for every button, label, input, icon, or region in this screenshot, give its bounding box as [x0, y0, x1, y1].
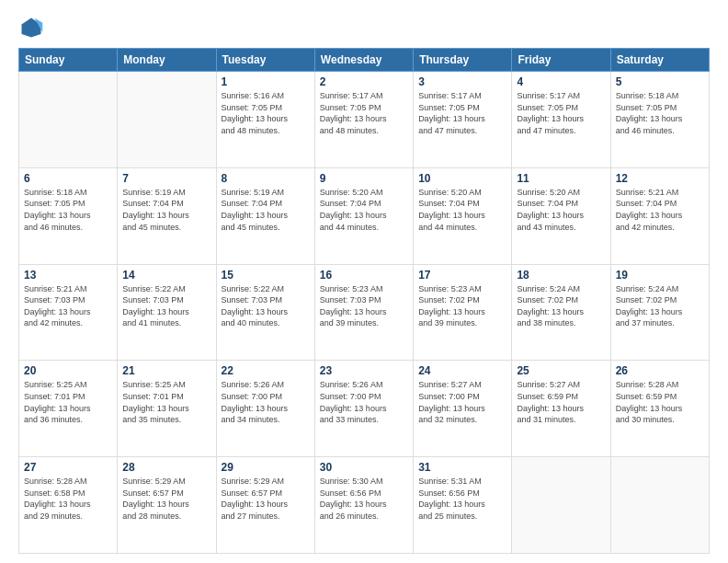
- calendar-cell: 25Sunrise: 5:27 AMSunset: 6:59 PMDayligh…: [512, 361, 610, 457]
- calendar-cell: 21Sunrise: 5:25 AMSunset: 7:01 PMDayligh…: [118, 361, 216, 457]
- calendar-header-row: SundayMondayTuesdayWednesdayThursdayFrid…: [19, 49, 710, 72]
- weekday-header: Sunday: [19, 49, 118, 72]
- calendar-cell: 6Sunrise: 5:18 AMSunset: 7:05 PMDaylight…: [19, 167, 118, 264]
- day-number: 6: [24, 172, 112, 185]
- calendar-cell: 28Sunrise: 5:29 AMSunset: 6:57 PMDayligh…: [118, 457, 216, 554]
- day-number: 14: [122, 269, 210, 282]
- day-number: 9: [320, 172, 408, 185]
- calendar-cell: 17Sunrise: 5:23 AMSunset: 7:02 PMDayligh…: [414, 264, 512, 361]
- day-info: Sunrise: 5:28 AMSunset: 6:59 PMDaylight:…: [616, 379, 704, 425]
- weekday-header: Wednesday: [314, 49, 413, 72]
- day-info: Sunrise: 5:29 AMSunset: 6:57 PMDaylight:…: [122, 476, 210, 522]
- day-info: Sunrise: 5:18 AMSunset: 7:05 PMDaylight:…: [616, 90, 704, 136]
- calendar-week-row: 6Sunrise: 5:18 AMSunset: 7:05 PMDaylight…: [19, 167, 710, 264]
- day-number: 7: [122, 172, 210, 185]
- calendar-cell: [512, 457, 610, 554]
- day-info: Sunrise: 5:19 AMSunset: 7:04 PMDaylight:…: [122, 187, 210, 233]
- day-info: Sunrise: 5:30 AMSunset: 6:56 PMDaylight:…: [320, 476, 408, 522]
- calendar-cell: 1Sunrise: 5:16 AMSunset: 7:05 PMDaylight…: [216, 72, 314, 168]
- day-info: Sunrise: 5:19 AMSunset: 7:04 PMDaylight:…: [222, 187, 310, 233]
- day-info: Sunrise: 5:16 AMSunset: 7:05 PMDaylight:…: [222, 90, 310, 136]
- day-info: Sunrise: 5:28 AMSunset: 6:58 PMDaylight:…: [24, 476, 112, 522]
- calendar-week-row: 1Sunrise: 5:16 AMSunset: 7:05 PMDaylight…: [19, 72, 710, 168]
- day-info: Sunrise: 5:31 AMSunset: 6:56 PMDaylight:…: [418, 476, 506, 522]
- day-info: Sunrise: 5:20 AMSunset: 7:04 PMDaylight:…: [418, 187, 506, 233]
- day-number: 19: [616, 269, 704, 282]
- day-info: Sunrise: 5:25 AMSunset: 7:01 PMDaylight:…: [122, 379, 210, 425]
- calendar-cell: 11Sunrise: 5:20 AMSunset: 7:04 PMDayligh…: [512, 167, 610, 264]
- calendar-cell: 2Sunrise: 5:17 AMSunset: 7:05 PMDaylight…: [314, 72, 413, 168]
- day-number: 13: [24, 269, 112, 282]
- calendar-week-row: 13Sunrise: 5:21 AMSunset: 7:03 PMDayligh…: [19, 264, 710, 361]
- calendar-cell: 22Sunrise: 5:26 AMSunset: 7:00 PMDayligh…: [216, 361, 314, 457]
- calendar-cell: 4Sunrise: 5:17 AMSunset: 7:05 PMDaylight…: [512, 72, 610, 168]
- day-number: 17: [418, 269, 506, 282]
- weekday-header: Monday: [118, 49, 216, 72]
- day-info: Sunrise: 5:17 AMSunset: 7:05 PMDaylight:…: [320, 90, 408, 136]
- calendar-page: SundayMondayTuesdayWednesdayThursdayFrid…: [0, 0, 728, 563]
- calendar-cell: 20Sunrise: 5:25 AMSunset: 7:01 PMDayligh…: [19, 361, 118, 457]
- day-info: Sunrise: 5:27 AMSunset: 7:00 PMDaylight:…: [418, 379, 506, 425]
- calendar-cell: 24Sunrise: 5:27 AMSunset: 7:00 PMDayligh…: [414, 361, 512, 457]
- calendar-cell: 9Sunrise: 5:20 AMSunset: 7:04 PMDaylight…: [314, 167, 413, 264]
- day-info: Sunrise: 5:21 AMSunset: 7:03 PMDaylight:…: [24, 283, 112, 329]
- calendar-cell: 10Sunrise: 5:20 AMSunset: 7:04 PMDayligh…: [414, 167, 512, 264]
- calendar-cell: 23Sunrise: 5:26 AMSunset: 7:00 PMDayligh…: [314, 361, 413, 457]
- day-info: Sunrise: 5:18 AMSunset: 7:05 PMDaylight:…: [24, 187, 112, 233]
- calendar-cell: 12Sunrise: 5:21 AMSunset: 7:04 PMDayligh…: [610, 167, 709, 264]
- day-number: 27: [24, 461, 112, 474]
- day-number: 26: [616, 364, 704, 377]
- day-number: 23: [320, 364, 408, 377]
- day-info: Sunrise: 5:26 AMSunset: 7:00 PMDaylight:…: [320, 379, 408, 425]
- day-info: Sunrise: 5:26 AMSunset: 7:00 PMDaylight:…: [222, 379, 310, 425]
- weekday-header: Tuesday: [216, 49, 314, 72]
- calendar-table: SundayMondayTuesdayWednesdayThursdayFrid…: [18, 48, 710, 554]
- day-info: Sunrise: 5:25 AMSunset: 7:01 PMDaylight:…: [24, 379, 112, 425]
- day-info: Sunrise: 5:27 AMSunset: 6:59 PMDaylight:…: [517, 379, 605, 425]
- day-info: Sunrise: 5:23 AMSunset: 7:02 PMDaylight:…: [418, 283, 506, 329]
- day-info: Sunrise: 5:24 AMSunset: 7:02 PMDaylight:…: [616, 283, 704, 329]
- calendar-week-row: 27Sunrise: 5:28 AMSunset: 6:58 PMDayligh…: [19, 457, 710, 554]
- day-info: Sunrise: 5:22 AMSunset: 7:03 PMDaylight:…: [122, 283, 210, 329]
- calendar-cell: 31Sunrise: 5:31 AMSunset: 6:56 PMDayligh…: [414, 457, 512, 554]
- day-info: Sunrise: 5:24 AMSunset: 7:02 PMDaylight:…: [517, 283, 605, 329]
- day-number: 25: [517, 364, 605, 377]
- day-number: 21: [122, 364, 210, 377]
- day-number: 5: [616, 75, 704, 88]
- logo: [18, 15, 48, 40]
- calendar-cell: [118, 72, 216, 168]
- calendar-cell: [19, 72, 118, 168]
- day-number: 1: [222, 75, 310, 88]
- day-number: 24: [418, 364, 506, 377]
- calendar-cell: 26Sunrise: 5:28 AMSunset: 6:59 PMDayligh…: [610, 361, 709, 457]
- day-number: 18: [517, 269, 605, 282]
- calendar-cell: 14Sunrise: 5:22 AMSunset: 7:03 PMDayligh…: [118, 264, 216, 361]
- calendar-cell: [610, 457, 709, 554]
- calendar-cell: 13Sunrise: 5:21 AMSunset: 7:03 PMDayligh…: [19, 264, 118, 361]
- day-number: 29: [222, 461, 310, 474]
- calendar-cell: 29Sunrise: 5:29 AMSunset: 6:57 PMDayligh…: [216, 457, 314, 554]
- day-number: 4: [517, 75, 605, 88]
- calendar-cell: 15Sunrise: 5:22 AMSunset: 7:03 PMDayligh…: [216, 264, 314, 361]
- day-info: Sunrise: 5:21 AMSunset: 7:04 PMDaylight:…: [616, 187, 704, 233]
- calendar-cell: 5Sunrise: 5:18 AMSunset: 7:05 PMDaylight…: [610, 72, 709, 168]
- day-number: 8: [222, 172, 310, 185]
- calendar-cell: 19Sunrise: 5:24 AMSunset: 7:02 PMDayligh…: [610, 264, 709, 361]
- calendar-cell: 3Sunrise: 5:17 AMSunset: 7:05 PMDaylight…: [414, 72, 512, 168]
- logo-icon: [18, 15, 44, 40]
- weekday-header: Saturday: [610, 49, 709, 72]
- weekday-header: Friday: [512, 49, 610, 72]
- calendar-cell: 8Sunrise: 5:19 AMSunset: 7:04 PMDaylight…: [216, 167, 314, 264]
- day-info: Sunrise: 5:20 AMSunset: 7:04 PMDaylight:…: [320, 187, 408, 233]
- calendar-cell: 16Sunrise: 5:23 AMSunset: 7:03 PMDayligh…: [314, 264, 413, 361]
- day-number: 30: [320, 461, 408, 474]
- day-info: Sunrise: 5:22 AMSunset: 7:03 PMDaylight:…: [222, 283, 310, 329]
- day-number: 31: [418, 461, 506, 474]
- day-number: 15: [222, 269, 310, 282]
- header: [18, 15, 710, 40]
- day-number: 28: [122, 461, 210, 474]
- day-info: Sunrise: 5:17 AMSunset: 7:05 PMDaylight:…: [517, 90, 605, 136]
- day-number: 3: [418, 75, 506, 88]
- calendar-cell: 27Sunrise: 5:28 AMSunset: 6:58 PMDayligh…: [19, 457, 118, 554]
- calendar-cell: 7Sunrise: 5:19 AMSunset: 7:04 PMDaylight…: [118, 167, 216, 264]
